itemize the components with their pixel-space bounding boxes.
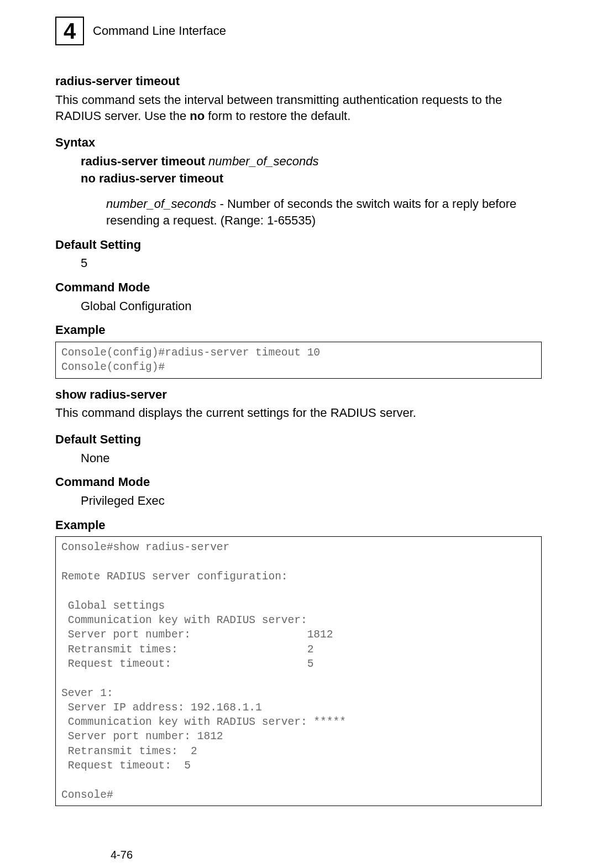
desc-bold-no: no (190, 109, 205, 123)
syntax-label: Syntax (55, 134, 542, 151)
command-description-2: This command displays the current settin… (55, 405, 542, 421)
default-setting-value: 5 (55, 255, 542, 271)
page: 4 Command Line Interface radius-server t… (55, 17, 542, 868)
desc-text-2: form to restore the default. (205, 109, 350, 123)
example-label-2: Example (55, 517, 542, 534)
command-title-radius-timeout: radius-server timeout (55, 73, 542, 90)
param-description: number_of_seconds - Number of seconds th… (81, 196, 542, 228)
chapter-title: Command Line Interface (93, 23, 226, 39)
default-setting-label-2: Default Setting (55, 431, 542, 448)
code-example-2: Console#show radius-server Remote RADIUS… (55, 536, 542, 806)
syntax-block: radius-server timeout number_of_seconds … (55, 153, 542, 229)
command-description: This command sets the interval between t… (55, 92, 542, 124)
page-header: 4 Command Line Interface (55, 17, 542, 45)
default-setting-label: Default Setting (55, 237, 542, 253)
command-mode-label-2: Command Mode (55, 474, 542, 490)
syntax-bold-1: radius-server timeout (81, 154, 208, 168)
chapter-number: 4 (64, 16, 76, 46)
chapter-number-box: 4 (55, 17, 84, 45)
page-number: 4-76 (111, 848, 133, 862)
syntax-param-1: number_of_seconds (208, 154, 318, 168)
syntax-line-1: radius-server timeout number_of_seconds (81, 153, 542, 170)
example-label-1: Example (55, 322, 542, 338)
syntax-line-2: no radius-server timeout (81, 170, 542, 187)
command-mode-value: Global Configuration (55, 298, 542, 315)
command-mode-label: Command Mode (55, 279, 542, 296)
code-example-1: Console(config)#radius-server timeout 10… (55, 342, 542, 379)
param-name: number_of_seconds (106, 197, 216, 211)
command-title-show-radius: show radius-server (55, 386, 542, 403)
command-mode-value-2: Privileged Exec (55, 493, 542, 509)
default-setting-value-2: None (55, 450, 542, 467)
syntax-bold-2: no radius-server timeout (81, 171, 223, 185)
